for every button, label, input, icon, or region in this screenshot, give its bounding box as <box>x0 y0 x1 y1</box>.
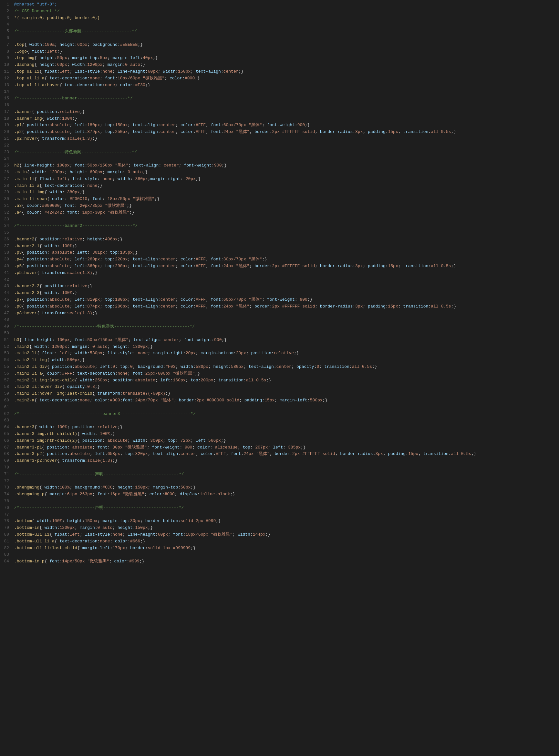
code-line: 25h2{ line-height: 100px; font:50px/150p… <box>0 162 559 169</box>
token: : <box>67 532 70 537</box>
token: left <box>57 351 70 356</box>
token: 150px <box>115 123 128 127</box>
token: background <box>90 42 117 47</box>
token: ; <box>265 532 268 537</box>
line-number: 67 <box>3 444 14 451</box>
line-number: 9 <box>3 55 14 62</box>
code-line: 1@charset "utf-8"; <box>0 1 559 8</box>
line-number: 21 <box>3 136 14 142</box>
token: { <box>39 183 42 188</box>
line-number: 78 <box>3 518 14 525</box>
token: ; <box>294 351 296 356</box>
token: list-style <box>82 532 110 537</box>
token: : <box>103 438 105 443</box>
token: ; <box>206 257 208 262</box>
token: { <box>49 532 52 537</box>
token: color <box>178 297 193 302</box>
token: position <box>24 257 47 262</box>
token: border <box>252 264 270 268</box>
token: font <box>208 304 221 309</box>
line-number: 13 <box>3 82 14 89</box>
token: color <box>178 264 193 268</box>
line-content: .p4{ position:absolute; left:260px; top:… <box>14 256 556 263</box>
token: : <box>39 203 42 208</box>
token: .bottom-ul1 li a <box>14 539 54 544</box>
token: ; <box>90 451 92 456</box>
line-content <box>14 216 556 223</box>
token: } <box>193 485 196 490</box>
token: ; <box>80 357 82 362</box>
code-line: 83 <box>0 551 559 558</box>
token: 24px/70px "黑体" <box>135 398 174 403</box>
token: ; <box>246 351 249 356</box>
token: 80px "微软雅黑" <box>110 445 147 450</box>
token: width <box>49 357 65 362</box>
line-number: 45 <box>3 297 14 303</box>
token: line-height <box>125 532 155 537</box>
token: /*------------------特色新闻----------------… <box>14 150 137 155</box>
code-line: 9.top img{ height:50px; margin-top:5px; … <box>0 55 559 62</box>
token: position <box>49 364 72 369</box>
token: ; <box>315 264 317 268</box>
token: ; <box>128 264 130 268</box>
token: 580px <box>196 364 208 369</box>
code-line: 35 <box>0 230 559 236</box>
token: .p4 <box>14 257 22 262</box>
token: left <box>97 364 110 369</box>
line-number: 33 <box>3 216 14 223</box>
token: 50px <box>57 55 67 60</box>
token: absolute <box>74 364 95 369</box>
code-line: 73.shengming{ width:100%; background:#CC… <box>0 484 559 491</box>
token: position <box>24 129 47 134</box>
token: ; <box>115 364 117 369</box>
token: margin-right <box>150 351 183 356</box>
token: .top ul li <box>14 69 39 74</box>
token: left <box>72 123 85 127</box>
token: : <box>158 257 160 262</box>
token: ; <box>67 425 70 429</box>
token: padding <box>242 398 262 403</box>
token: ; <box>67 344 70 349</box>
token: scale(1.3) <box>87 458 112 463</box>
token: top <box>240 445 250 450</box>
line-number: 40 <box>3 263 14 270</box>
line-content: .banner2-3{ width: 100%;} <box>14 290 556 297</box>
token: .main li img <box>14 190 45 194</box>
token: #F03 <box>165 364 175 369</box>
token: font <box>72 163 85 168</box>
token: ; <box>105 250 108 255</box>
token: : <box>49 519 52 523</box>
code-line: 68.banner3-p2{ position:absolute; left:6… <box>0 451 559 457</box>
token: left <box>193 438 206 443</box>
line-number: 11 <box>3 68 14 75</box>
token: : <box>353 264 355 268</box>
token: ; <box>92 270 95 275</box>
token: padding <box>365 129 385 134</box>
token: ; <box>398 129 401 134</box>
token: .daohang <box>14 62 34 67</box>
token: : <box>87 76 90 81</box>
code-line: 26.main{ width: 1200px; height: 600px; m… <box>0 169 559 176</box>
token: 360px <box>87 264 100 268</box>
token: : <box>65 284 67 288</box>
token: : <box>180 176 183 181</box>
token: none <box>105 82 115 88</box>
line-content <box>14 330 556 337</box>
token: left <box>72 264 85 268</box>
code-line: 21.p2:hover{ transform:scale(1.3);} <box>0 136 559 142</box>
token: .top <box>14 42 24 47</box>
token: 25px/600px "微软雅黑" <box>145 371 195 376</box>
token: color <box>45 371 60 376</box>
line-content <box>14 277 556 283</box>
token: margin-top <box>100 519 128 523</box>
code-line: 44.banner2-3{ width: 100%;} <box>0 290 559 297</box>
code-line: 13.top ul li a:hover{ text-decoration:no… <box>0 82 559 89</box>
token: } <box>132 210 134 215</box>
token: relative <box>95 425 117 429</box>
token: : <box>244 378 246 383</box>
token: } <box>143 62 145 67</box>
code-line: 6 <box>0 35 559 42</box>
token: ; <box>65 170 67 174</box>
line-content: /*------------------------------声明------… <box>14 471 556 478</box>
code-line: 71/*------------------------------声明----… <box>0 471 559 478</box>
